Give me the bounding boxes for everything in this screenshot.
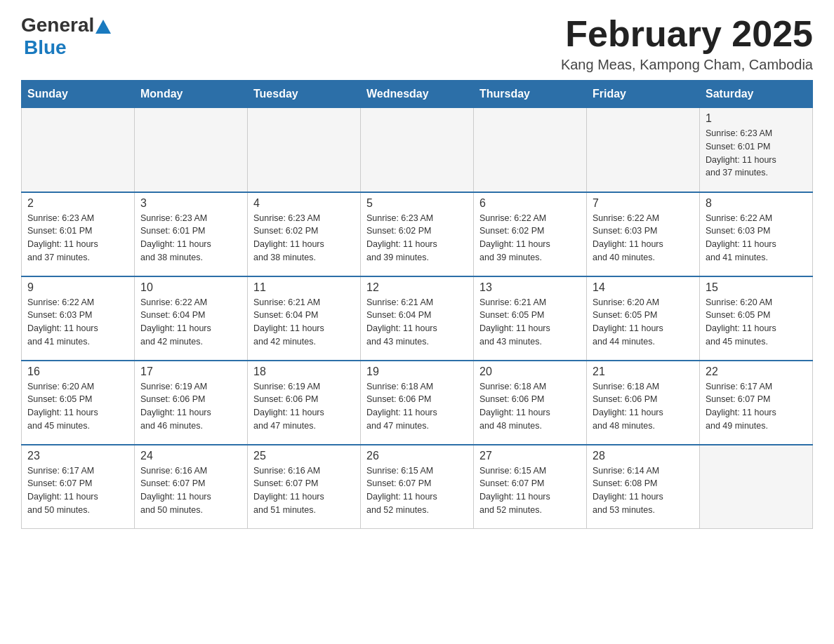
day-info: Sunrise: 6:17 AM Sunset: 6:07 PM Dayligh… [706, 380, 807, 433]
day-info: Sunrise: 6:20 AM Sunset: 6:05 PM Dayligh… [706, 296, 807, 349]
day-number: 4 [253, 197, 355, 210]
day-number: 15 [706, 281, 807, 294]
day-number: 3 [140, 197, 241, 210]
day-info: Sunrise: 6:22 AM Sunset: 6:03 PM Dayligh… [593, 212, 694, 264]
day-number: 27 [479, 450, 581, 462]
day-info: Sunrise: 6:15 AM Sunset: 6:07 PM Dayligh… [479, 464, 581, 517]
calendar-cell: 28Sunrise: 6:14 AM Sunset: 6:08 PM Dayli… [587, 445, 700, 529]
calendar-cell: 2Sunrise: 6:23 AM Sunset: 6:01 PM Daylig… [22, 192, 135, 276]
day-info: Sunrise: 6:20 AM Sunset: 6:05 PM Dayligh… [27, 380, 128, 433]
calendar-cell: 23Sunrise: 6:17 AM Sunset: 6:07 PM Dayli… [22, 445, 135, 529]
calendar-cell: 14Sunrise: 6:20 AM Sunset: 6:05 PM Dayli… [587, 276, 700, 361]
day-info: Sunrise: 6:16 AM Sunset: 6:07 PM Dayligh… [253, 464, 355, 517]
calendar-cell: 26Sunrise: 6:15 AM Sunset: 6:07 PM Dayli… [361, 445, 474, 529]
calendar-cell [474, 108, 587, 192]
day-number: 10 [140, 281, 241, 294]
day-info: Sunrise: 6:19 AM Sunset: 6:06 PM Dayligh… [140, 380, 241, 433]
calendar-header-friday: Friday [587, 81, 700, 108]
calendar-header-row: SundayMondayTuesdayWednesdayThursdayFrid… [22, 81, 813, 108]
day-info: Sunrise: 6:22 AM Sunset: 6:03 PM Dayligh… [706, 212, 807, 264]
logo-triangle-icon [95, 20, 111, 34]
day-info: Sunrise: 6:19 AM Sunset: 6:06 PM Dayligh… [253, 380, 355, 433]
day-number: 1 [706, 112, 807, 125]
calendar-header-wednesday: Wednesday [361, 81, 474, 108]
day-number: 6 [479, 197, 581, 210]
day-info: Sunrise: 6:23 AM Sunset: 6:02 PM Dayligh… [253, 212, 355, 264]
day-info: Sunrise: 6:21 AM Sunset: 6:05 PM Dayligh… [479, 296, 581, 349]
calendar-cell [135, 108, 248, 192]
day-info: Sunrise: 6:21 AM Sunset: 6:04 PM Dayligh… [253, 296, 355, 349]
day-number: 28 [593, 450, 694, 462]
page-header: General Blue February 2025 Kang Meas, Ka… [21, 14, 813, 73]
calendar-cell: 5Sunrise: 6:23 AM Sunset: 6:02 PM Daylig… [361, 192, 474, 276]
calendar-cell: 6Sunrise: 6:22 AM Sunset: 6:02 PM Daylig… [474, 192, 587, 276]
calendar-header-tuesday: Tuesday [248, 81, 361, 108]
calendar-cell: 22Sunrise: 6:17 AM Sunset: 6:07 PM Dayli… [700, 361, 813, 445]
calendar-cell: 15Sunrise: 6:20 AM Sunset: 6:05 PM Dayli… [700, 276, 813, 361]
calendar-cell [361, 108, 474, 192]
day-info: Sunrise: 6:15 AM Sunset: 6:07 PM Dayligh… [366, 464, 468, 517]
calendar-cell: 20Sunrise: 6:18 AM Sunset: 6:06 PM Dayli… [474, 361, 587, 445]
logo-general: General [21, 14, 94, 36]
calendar-cell: 16Sunrise: 6:20 AM Sunset: 6:05 PM Dayli… [22, 361, 135, 445]
calendar-cell: 10Sunrise: 6:22 AM Sunset: 6:04 PM Dayli… [135, 276, 248, 361]
calendar-cell [700, 445, 813, 529]
calendar-header-thursday: Thursday [474, 81, 587, 108]
day-number: 18 [253, 365, 355, 378]
calendar-cell: 1Sunrise: 6:23 AM Sunset: 6:01 PM Daylig… [700, 108, 813, 192]
calendar-cell: 24Sunrise: 6:16 AM Sunset: 6:07 PM Dayli… [135, 445, 248, 529]
calendar-header-sunday: Sunday [22, 81, 135, 108]
calendar-cell: 13Sunrise: 6:21 AM Sunset: 6:05 PM Dayli… [474, 276, 587, 361]
day-number: 24 [140, 450, 241, 462]
calendar-cell [587, 108, 700, 192]
day-number: 21 [593, 365, 694, 378]
page-title: February 2025 [561, 14, 813, 54]
calendar-cell: 9Sunrise: 6:22 AM Sunset: 6:03 PM Daylig… [22, 276, 135, 361]
calendar-cell: 19Sunrise: 6:18 AM Sunset: 6:06 PM Dayli… [361, 361, 474, 445]
calendar-week-row: 16Sunrise: 6:20 AM Sunset: 6:05 PM Dayli… [22, 361, 813, 445]
day-info: Sunrise: 6:22 AM Sunset: 6:02 PM Dayligh… [479, 212, 581, 264]
day-number: 12 [366, 281, 468, 294]
calendar-cell: 25Sunrise: 6:16 AM Sunset: 6:07 PM Dayli… [248, 445, 361, 529]
day-number: 11 [253, 281, 355, 294]
day-info: Sunrise: 6:18 AM Sunset: 6:06 PM Dayligh… [593, 380, 694, 433]
calendar-header-monday: Monday [135, 81, 248, 108]
calendar-table: SundayMondayTuesdayWednesdayThursdayFrid… [21, 80, 813, 529]
calendar-cell: 3Sunrise: 6:23 AM Sunset: 6:01 PM Daylig… [135, 192, 248, 276]
day-number: 16 [27, 365, 128, 378]
day-info: Sunrise: 6:23 AM Sunset: 6:01 PM Dayligh… [706, 127, 807, 180]
day-number: 7 [593, 197, 694, 210]
calendar-cell: 21Sunrise: 6:18 AM Sunset: 6:06 PM Dayli… [587, 361, 700, 445]
logo: General Blue [21, 14, 111, 59]
calendar-cell: 8Sunrise: 6:22 AM Sunset: 6:03 PM Daylig… [700, 192, 813, 276]
calendar-cell: 11Sunrise: 6:21 AM Sunset: 6:04 PM Dayli… [248, 276, 361, 361]
day-info: Sunrise: 6:16 AM Sunset: 6:07 PM Dayligh… [140, 464, 241, 517]
day-number: 8 [706, 197, 807, 210]
day-info: Sunrise: 6:23 AM Sunset: 6:01 PM Dayligh… [140, 212, 241, 264]
day-number: 19 [366, 365, 468, 378]
day-number: 26 [366, 450, 468, 462]
calendar-cell: 18Sunrise: 6:19 AM Sunset: 6:06 PM Dayli… [248, 361, 361, 445]
day-number: 14 [593, 281, 694, 294]
day-number: 13 [479, 281, 581, 294]
calendar-week-row: 2Sunrise: 6:23 AM Sunset: 6:01 PM Daylig… [22, 192, 813, 276]
day-info: Sunrise: 6:18 AM Sunset: 6:06 PM Dayligh… [366, 380, 468, 433]
day-info: Sunrise: 6:18 AM Sunset: 6:06 PM Dayligh… [479, 380, 581, 433]
day-info: Sunrise: 6:20 AM Sunset: 6:05 PM Dayligh… [593, 296, 694, 349]
calendar-header-saturday: Saturday [700, 81, 813, 108]
calendar-cell: 17Sunrise: 6:19 AM Sunset: 6:06 PM Dayli… [135, 361, 248, 445]
calendar-week-row: 1Sunrise: 6:23 AM Sunset: 6:01 PM Daylig… [22, 108, 813, 192]
calendar-cell: 27Sunrise: 6:15 AM Sunset: 6:07 PM Dayli… [474, 445, 587, 529]
title-section: February 2025 Kang Meas, Kampong Cham, C… [561, 14, 813, 73]
day-number: 5 [366, 197, 468, 210]
day-number: 9 [27, 281, 128, 294]
day-info: Sunrise: 6:23 AM Sunset: 6:01 PM Dayligh… [27, 212, 128, 264]
day-number: 23 [27, 450, 128, 462]
day-info: Sunrise: 6:22 AM Sunset: 6:04 PM Dayligh… [140, 296, 241, 349]
day-number: 25 [253, 450, 355, 462]
calendar-cell: 7Sunrise: 6:22 AM Sunset: 6:03 PM Daylig… [587, 192, 700, 276]
calendar-cell: 4Sunrise: 6:23 AM Sunset: 6:02 PM Daylig… [248, 192, 361, 276]
day-number: 22 [706, 365, 807, 378]
calendar-week-row: 9Sunrise: 6:22 AM Sunset: 6:03 PM Daylig… [22, 276, 813, 361]
day-number: 2 [27, 197, 128, 210]
